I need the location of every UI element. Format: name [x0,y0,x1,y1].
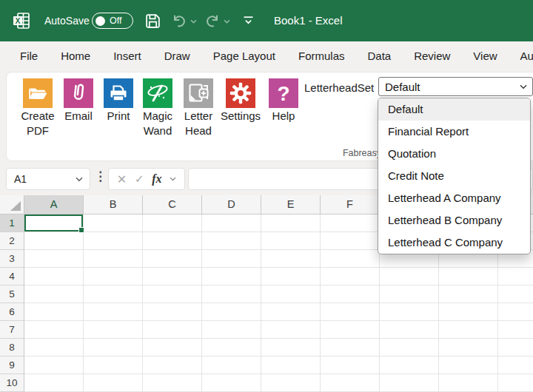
dropdown-option[interactable]: Quotation [378,143,530,165]
menu-tab[interactable]: Page Layout [213,50,275,62]
grid-cell[interactable] [24,232,84,250]
letter-head-button[interactable]: Letter Head [175,78,222,137]
grid-cell[interactable] [321,374,380,392]
grid-cell[interactable] [143,250,202,268]
grid-cell[interactable] [143,303,202,321]
chevron-down-icon[interactable] [170,177,176,181]
grid-cell[interactable] [143,214,202,232]
column-header[interactable]: B [84,195,143,214]
grid-cell[interactable] [202,356,261,374]
grid-cell[interactable] [261,285,321,303]
column-header[interactable]: A [24,195,84,214]
grid-cell[interactable] [143,374,202,392]
grid-cell[interactable] [439,356,498,374]
grid-cell[interactable] [498,321,533,339]
redo-dropdown-chevron-icon[interactable] [224,19,230,24]
column-header[interactable]: C [143,195,202,214]
grid-cell[interactable] [202,285,261,303]
grid-cell[interactable] [84,321,143,339]
grid-cell[interactable] [380,268,439,285]
row-header[interactable]: 8 [0,339,24,356]
row-header[interactable]: 10 [0,374,24,392]
column-header[interactable]: D [202,195,261,214]
grid-cell[interactable] [380,303,439,321]
grid-cell[interactable] [24,268,84,285]
undo-icon[interactable] [170,13,188,30]
grid-cell[interactable] [84,303,143,321]
grid-cell[interactable] [321,285,380,303]
grid-cell[interactable] [143,321,202,339]
grid-cell[interactable] [261,356,321,374]
grid-cell[interactable] [321,268,380,285]
grid-cell[interactable] [24,356,84,374]
grid-cell[interactable] [498,339,533,356]
grid-cell[interactable] [24,285,84,303]
menu-tab[interactable]: Home [61,50,90,62]
grid-cell[interactable] [380,374,439,392]
row-header[interactable]: 1 [0,214,24,232]
dropdown-option[interactable]: Default [378,98,530,121]
dropdown-option[interactable]: Letterhead A Company [378,187,530,209]
grid-cell[interactable] [439,374,498,392]
menu-tab[interactable]: Formulas [298,50,345,62]
grid-cell[interactable] [498,285,533,303]
grid-cell[interactable] [202,339,261,356]
grid-cell[interactable] [380,339,439,356]
undo-dropdown-chevron-icon[interactable] [190,19,197,24]
grid-cell[interactable] [498,268,533,285]
grid-cell[interactable] [143,268,202,285]
grid-cell[interactable] [439,339,498,356]
grid-cell[interactable] [84,250,143,268]
grid-cell[interactable] [321,356,380,374]
grid-cell[interactable] [202,321,261,339]
grid-cell[interactable] [24,339,84,356]
row-header[interactable]: 2 [0,232,24,250]
grid-cell[interactable] [84,285,143,303]
grid-cell[interactable] [380,321,439,339]
grid-cell[interactable] [321,232,380,250]
grid-cell[interactable] [261,374,321,392]
grid-cell[interactable] [439,321,498,339]
grid-cell[interactable] [380,356,439,374]
menu-tab[interactable]: Insert [113,50,141,62]
grid-cell[interactable] [261,214,321,232]
help-button[interactable]: ? Help [260,78,307,123]
grid-cell[interactable] [261,268,321,285]
grid-cell[interactable] [24,214,84,232]
row-header[interactable]: 6 [0,303,24,321]
quick-access-overflow-icon[interactable] [243,16,254,25]
grid-cell[interactable] [84,268,143,285]
grid-cell[interactable] [143,232,202,250]
grid-cell[interactable] [380,285,439,303]
grid-cell[interactable] [321,303,380,321]
grid-cell[interactable] [24,374,84,392]
column-header[interactable]: E [261,195,321,214]
grid-cell[interactable] [202,214,261,232]
save-icon[interactable] [144,13,162,30]
grid-cell[interactable] [202,250,261,268]
grid-cell[interactable] [498,356,533,374]
menu-tab[interactable]: File [20,50,38,62]
dropdown-option[interactable]: Financial Report [378,121,530,143]
grid-cell[interactable] [321,214,380,232]
row-header[interactable]: 5 [0,285,24,303]
grid-cell[interactable] [261,339,321,356]
insert-function-icon[interactable]: fx [152,172,161,186]
grid-cell[interactable] [439,268,498,285]
menu-tab[interactable]: Data [367,50,391,62]
enter-icon[interactable]: ✓ [135,172,144,186]
menu-tab[interactable]: Au [520,50,533,62]
grid-cell[interactable] [24,303,84,321]
grid-cell[interactable] [439,303,498,321]
grid-cell[interactable] [24,250,84,268]
redo-icon[interactable] [204,13,221,30]
grid-cell[interactable] [202,232,261,250]
row-header[interactable]: 4 [0,268,24,285]
grid-cell[interactable] [84,214,143,232]
settings-button[interactable]: Settings [217,78,264,123]
grid-cell[interactable] [202,374,261,392]
grid-cell[interactable] [498,303,533,321]
dropdown-option[interactable]: Credit Note [378,165,530,187]
dropdown-option[interactable]: Letterhead B Company [378,209,530,232]
grid-cell[interactable] [261,232,321,250]
